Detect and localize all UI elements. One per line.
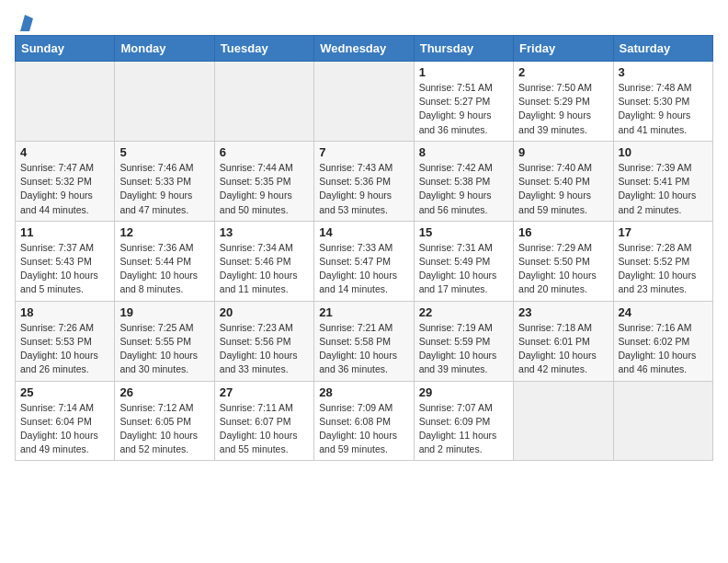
day-info: Sunrise: 7:07 AM Sunset: 6:09 PM Dayligh… (419, 401, 508, 457)
calendar-cell: 22Sunrise: 7:19 AM Sunset: 5:59 PM Dayli… (414, 301, 513, 381)
day-number: 24 (619, 305, 708, 319)
calendar-cell (314, 62, 414, 142)
calendar-cell: 24Sunrise: 7:16 AM Sunset: 6:02 PM Dayli… (613, 301, 712, 381)
calendar-cell (115, 62, 214, 142)
day-info: Sunrise: 7:48 AM Sunset: 5:30 PM Dayligh… (619, 81, 708, 137)
day-info: Sunrise: 7:21 AM Sunset: 5:58 PM Dayligh… (319, 321, 408, 377)
day-info: Sunrise: 7:26 AM Sunset: 5:53 PM Dayligh… (20, 321, 109, 377)
day-info: Sunrise: 7:43 AM Sunset: 5:36 PM Dayligh… (319, 161, 408, 217)
day-info: Sunrise: 7:51 AM Sunset: 5:27 PM Dayligh… (419, 81, 508, 137)
day-info: Sunrise: 7:36 AM Sunset: 5:44 PM Dayligh… (119, 241, 209, 297)
header-thursday: Thursday (414, 36, 513, 62)
calendar-cell: 29Sunrise: 7:07 AM Sunset: 6:09 PM Dayli… (414, 381, 513, 461)
day-number: 25 (20, 385, 109, 399)
logo (15, 15, 33, 28)
calendar-table: SundayMondayTuesdayWednesdayThursdayFrid… (15, 35, 713, 461)
day-info: Sunrise: 7:34 AM Sunset: 5:46 PM Dayligh… (220, 241, 309, 297)
day-info: Sunrise: 7:40 AM Sunset: 5:40 PM Dayligh… (518, 161, 608, 217)
day-info: Sunrise: 7:46 AM Sunset: 5:33 PM Dayligh… (119, 161, 209, 217)
calendar-cell: 27Sunrise: 7:11 AM Sunset: 6:07 PM Dayli… (214, 381, 313, 461)
calendar-cell: 4Sunrise: 7:47 AM Sunset: 5:32 PM Daylig… (16, 141, 115, 221)
calendar-cell: 9Sunrise: 7:40 AM Sunset: 5:40 PM Daylig… (514, 141, 613, 221)
calendar-cell: 23Sunrise: 7:18 AM Sunset: 6:01 PM Dayli… (514, 301, 613, 381)
calendar-cell: 8Sunrise: 7:42 AM Sunset: 5:38 PM Daylig… (414, 141, 513, 221)
day-number: 2 (518, 65, 608, 79)
day-number: 6 (220, 145, 309, 159)
calendar-week-3: 18Sunrise: 7:26 AM Sunset: 5:53 PM Dayli… (16, 301, 713, 381)
calendar-cell: 1Sunrise: 7:51 AM Sunset: 5:27 PM Daylig… (414, 62, 513, 142)
calendar-cell: 12Sunrise: 7:36 AM Sunset: 5:44 PM Dayli… (115, 221, 214, 301)
day-info: Sunrise: 7:39 AM Sunset: 5:41 PM Dayligh… (619, 161, 708, 217)
calendar-week-0: 1Sunrise: 7:51 AM Sunset: 5:27 PM Daylig… (16, 62, 713, 142)
calendar-cell (16, 62, 115, 142)
day-number: 20 (220, 305, 309, 319)
day-info: Sunrise: 7:44 AM Sunset: 5:35 PM Dayligh… (220, 161, 309, 217)
calendar-cell: 11Sunrise: 7:37 AM Sunset: 5:43 PM Dayli… (16, 221, 115, 301)
calendar-cell: 25Sunrise: 7:14 AM Sunset: 6:04 PM Dayli… (16, 381, 115, 461)
calendar-cell: 28Sunrise: 7:09 AM Sunset: 6:08 PM Dayli… (314, 381, 414, 461)
day-number: 18 (20, 305, 109, 319)
day-info: Sunrise: 7:50 AM Sunset: 5:29 PM Dayligh… (518, 81, 608, 137)
day-number: 3 (619, 65, 708, 79)
header-monday: Monday (115, 36, 214, 62)
header-saturday: Saturday (613, 36, 712, 62)
header-sunday: Sunday (16, 36, 115, 62)
calendar-cell: 10Sunrise: 7:39 AM Sunset: 5:41 PM Dayli… (613, 141, 712, 221)
day-number: 29 (419, 385, 508, 399)
day-number: 12 (119, 225, 209, 239)
day-info: Sunrise: 7:42 AM Sunset: 5:38 PM Dayligh… (419, 161, 508, 217)
header-wednesday: Wednesday (314, 36, 414, 62)
day-number: 15 (419, 225, 508, 239)
day-info: Sunrise: 7:28 AM Sunset: 5:52 PM Dayligh… (619, 241, 708, 297)
calendar-cell: 2Sunrise: 7:50 AM Sunset: 5:29 PM Daylig… (514, 62, 613, 142)
day-number: 9 (518, 145, 608, 159)
day-number: 10 (619, 145, 708, 159)
day-number: 7 (319, 145, 408, 159)
calendar-cell: 17Sunrise: 7:28 AM Sunset: 5:52 PM Dayli… (613, 221, 712, 301)
day-number: 1 (419, 65, 508, 79)
day-info: Sunrise: 7:25 AM Sunset: 5:55 PM Dayligh… (119, 321, 209, 377)
header-friday: Friday (514, 36, 613, 62)
calendar-week-2: 11Sunrise: 7:37 AM Sunset: 5:43 PM Dayli… (16, 221, 713, 301)
day-number: 4 (20, 145, 109, 159)
day-number: 11 (20, 225, 109, 239)
day-number: 17 (619, 225, 708, 239)
calendar-cell: 20Sunrise: 7:23 AM Sunset: 5:56 PM Dayli… (214, 301, 313, 381)
day-info: Sunrise: 7:33 AM Sunset: 5:47 PM Dayligh… (319, 241, 408, 297)
day-info: Sunrise: 7:31 AM Sunset: 5:49 PM Dayligh… (419, 241, 508, 297)
calendar-cell: 13Sunrise: 7:34 AM Sunset: 5:46 PM Dayli… (214, 221, 313, 301)
calendar-cell: 21Sunrise: 7:21 AM Sunset: 5:58 PM Dayli… (314, 301, 414, 381)
day-number: 23 (518, 305, 608, 319)
day-info: Sunrise: 7:11 AM Sunset: 6:07 PM Dayligh… (220, 401, 309, 457)
calendar-week-1: 4Sunrise: 7:47 AM Sunset: 5:32 PM Daylig… (16, 141, 713, 221)
header-tuesday: Tuesday (214, 36, 313, 62)
calendar-cell: 15Sunrise: 7:31 AM Sunset: 5:49 PM Dayli… (414, 221, 513, 301)
day-number: 8 (419, 145, 508, 159)
day-info: Sunrise: 7:18 AM Sunset: 6:01 PM Dayligh… (518, 321, 608, 377)
day-number: 22 (419, 305, 508, 319)
day-info: Sunrise: 7:19 AM Sunset: 5:59 PM Dayligh… (419, 321, 508, 377)
calendar-cell (514, 381, 613, 461)
svg-marker-0 (20, 15, 33, 31)
day-number: 5 (119, 145, 209, 159)
day-number: 16 (518, 225, 608, 239)
day-info: Sunrise: 7:47 AM Sunset: 5:32 PM Dayligh… (20, 161, 109, 217)
day-info: Sunrise: 7:29 AM Sunset: 5:50 PM Dayligh… (518, 241, 608, 297)
calendar-cell: 18Sunrise: 7:26 AM Sunset: 5:53 PM Dayli… (16, 301, 115, 381)
calendar-cell: 3Sunrise: 7:48 AM Sunset: 5:30 PM Daylig… (613, 62, 712, 142)
page-header (15, 15, 713, 28)
calendar-cell: 26Sunrise: 7:12 AM Sunset: 6:05 PM Dayli… (115, 381, 214, 461)
day-number: 28 (319, 385, 408, 399)
day-number: 14 (319, 225, 408, 239)
day-info: Sunrise: 7:12 AM Sunset: 6:05 PM Dayligh… (119, 401, 209, 457)
day-number: 26 (119, 385, 209, 399)
calendar-cell: 14Sunrise: 7:33 AM Sunset: 5:47 PM Dayli… (314, 221, 414, 301)
calendar-cell: 16Sunrise: 7:29 AM Sunset: 5:50 PM Dayli… (514, 221, 613, 301)
day-info: Sunrise: 7:14 AM Sunset: 6:04 PM Dayligh… (20, 401, 109, 457)
calendar-cell (613, 381, 712, 461)
calendar-cell: 19Sunrise: 7:25 AM Sunset: 5:55 PM Dayli… (115, 301, 214, 381)
day-number: 27 (220, 385, 309, 399)
calendar-cell: 7Sunrise: 7:43 AM Sunset: 5:36 PM Daylig… (314, 141, 414, 221)
day-info: Sunrise: 7:09 AM Sunset: 6:08 PM Dayligh… (319, 401, 408, 457)
calendar-cell: 6Sunrise: 7:44 AM Sunset: 5:35 PM Daylig… (214, 141, 313, 221)
